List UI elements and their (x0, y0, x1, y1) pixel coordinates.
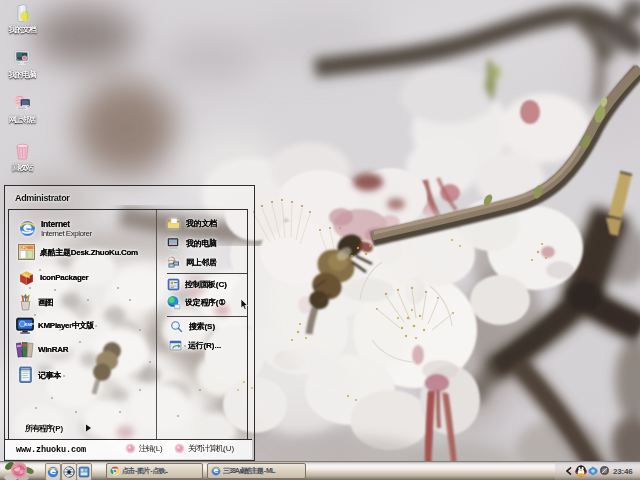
svg-text:KMP: KMP (24, 322, 34, 327)
svg-text:DFC: DFC (20, 246, 28, 250)
